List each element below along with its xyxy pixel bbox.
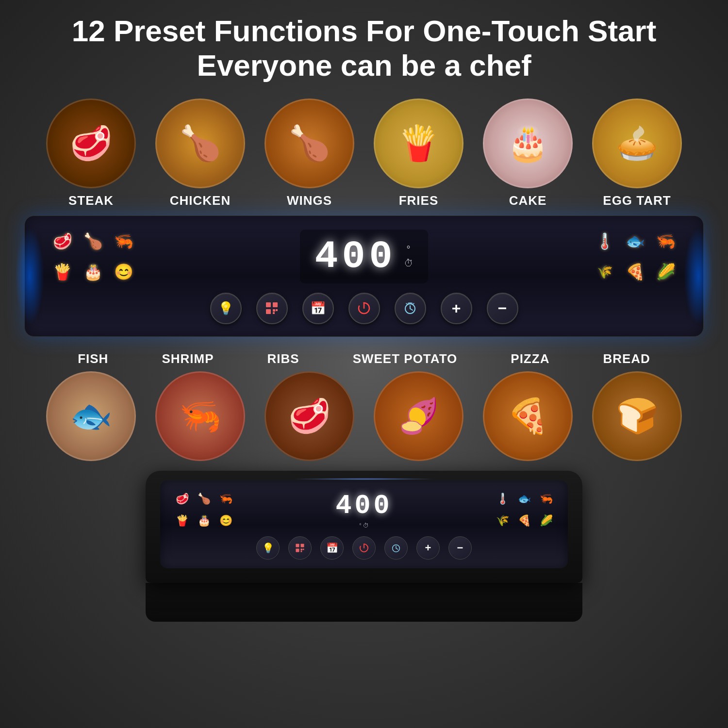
light-button[interactable]: 💡 (210, 293, 242, 324)
food-item-steak: 🥩 STEAK (46, 99, 136, 208)
food-circle-sweetpotato: 🍠 (374, 371, 463, 461)
bottom-food-row: 🐟 🦐 🥩 🍠 🍕 🍞 (0, 369, 728, 466)
bottom-label-sweet-potato: SWEET POTATO (353, 351, 458, 366)
dev-icon-corn: 🌽 (536, 511, 556, 530)
dev-icon-smiley: 😊 (216, 511, 235, 530)
dev-icon-temp: 🌡️ (493, 489, 512, 509)
device-glow-top (291, 478, 437, 480)
food-circle-cake: 🎂 (483, 99, 573, 188)
dev-qr-button[interactable] (288, 536, 312, 560)
power-button[interactable] (348, 293, 380, 324)
svg-rect-0 (266, 302, 271, 307)
bottom-label-pizza: PIZZA (511, 351, 549, 366)
panel-icon-smiley: 😊 (110, 259, 137, 285)
glow-left (15, 228, 44, 325)
panel-icon-fries: 🍟 (49, 259, 76, 285)
dev-icon-pizza: 🍕 (514, 511, 534, 530)
food-circle-ribs: 🥩 (265, 371, 354, 461)
degree-symbol: ° (407, 244, 411, 255)
dev-menu-button[interactable]: 📅 (320, 536, 344, 560)
food-emoji-fries: 🍟 (397, 123, 440, 163)
panel-display: 400 ° ⏱ (300, 230, 428, 283)
top-food-row: 🥩 STEAK 🍗 CHICKEN 🍗 WINGS 🍟 FRIES 🎂 CAKE… (0, 89, 728, 208)
food-label-chicken: CHICKEN (170, 193, 231, 208)
panel-icon-pizza: 🍕 (622, 259, 648, 285)
food-item-bread: 🍞 (592, 371, 682, 461)
device-body: 🥩 🍗 🦐 🍟 🎂 😊 400 ° ⏱ 🌡️ 🐟 � (146, 471, 582, 583)
device-temp-display: 400 (335, 491, 392, 521)
device-display: 400 ° ⏱ (335, 491, 392, 529)
title-line2: Everyone can be a chef (29, 48, 699, 83)
dev-icon-shrimp: 🦐 (216, 489, 235, 509)
panel-icon-chicken: 🍗 (80, 228, 106, 255)
timer-button[interactable] (395, 293, 426, 324)
food-label-cake: CAKE (509, 193, 547, 208)
plus-button[interactable]: + (441, 293, 472, 324)
food-item-fish: 🐟 (46, 371, 136, 461)
food-label-eggtart: EGG TART (603, 193, 671, 208)
qr-button[interactable] (256, 293, 288, 324)
food-emoji-pizza: 🍕 (507, 396, 549, 436)
food-circle-steak: 🥩 (46, 99, 136, 188)
bottom-label-ribs: RIBS (267, 351, 299, 366)
panel-icon-shrimp2: 🦐 (652, 228, 679, 255)
title-line1: 12 Preset Functions For One-Touch Start (29, 15, 699, 48)
panel-icon-grain: 🌾 (591, 259, 618, 285)
device-degree: ° ⏱ (359, 522, 369, 529)
device-icons-row: 🥩 🍗 🦐 🍟 🎂 😊 400 ° ⏱ 🌡️ 🐟 � (172, 489, 556, 530)
svg-rect-12 (300, 548, 302, 550)
food-emoji-fish: 🐟 (70, 396, 112, 436)
food-emoji-bread: 🍞 (616, 396, 658, 436)
food-item-sweetpotato: 🍠 (374, 371, 463, 461)
food-emoji-sweetpotato: 🍠 (397, 396, 440, 436)
panel-icon-shrimp: 🦐 (110, 228, 137, 255)
title-section: 12 Preset Functions For One-Touch Start … (0, 0, 728, 89)
panel-icon-cake: 🎂 (80, 259, 106, 285)
food-circle-bread: 🍞 (592, 371, 682, 461)
device-control-buttons: 💡 📅 (172, 536, 556, 560)
food-item-eggtart: 🥧 EGG TART (592, 99, 682, 208)
dev-icon-chicken: 🍗 (194, 489, 214, 509)
food-label-wings: WINGS (287, 193, 332, 208)
digital-display: 400 ° ⏱ (300, 230, 428, 283)
food-item-ribs: 🥩 (265, 371, 354, 461)
food-emoji-wings: 🍗 (288, 123, 331, 163)
temperature-display: 400 (314, 234, 396, 279)
dev-icon-grain: 🌾 (493, 511, 512, 530)
food-emoji-ribs: 🥩 (288, 396, 331, 436)
panel-icon-fish: 🐟 (622, 228, 648, 255)
dev-minus-button[interactable]: − (448, 536, 472, 560)
control-panel-diagram: 🥩 🍗 🦐 🍟 🎂 😊 400 ° ⏱ 🌡️ 🐟 🦐 🌾 🍕 🌽 (24, 215, 704, 337)
timer-symbol: ⏱ (404, 258, 414, 269)
dev-icon-shrimp2: 🦐 (536, 489, 556, 509)
dev-light-button[interactable]: 💡 (256, 536, 280, 560)
svg-rect-10 (300, 544, 304, 547)
food-item-chicken: 🍗 CHICKEN (155, 99, 245, 208)
food-emoji-chicken: 🍗 (179, 123, 221, 163)
panel-control-buttons: 💡 📅 (39, 293, 689, 324)
food-label-steak: STEAK (68, 193, 114, 208)
dev-plus-button[interactable]: + (416, 536, 440, 560)
food-circle-shrimp: 🦐 (155, 371, 245, 461)
svg-rect-3 (273, 309, 275, 312)
svg-rect-5 (273, 312, 275, 314)
food-item-wings: 🍗 WINGS (265, 99, 354, 208)
dev-power-button[interactable] (352, 536, 376, 560)
food-circle-eggtart: 🥧 (592, 99, 682, 188)
dev-icon-fries: 🍟 (172, 511, 192, 530)
food-emoji-shrimp: 🦐 (179, 396, 221, 436)
dev-timer-button[interactable] (384, 536, 408, 560)
food-item-shrimp: 🦐 (155, 371, 245, 461)
bottom-labels-row: FISHSHRIMPRIBSSWEET POTATOPIZZABREAD (0, 344, 728, 369)
minus-button[interactable]: − (487, 293, 518, 324)
svg-rect-14 (300, 550, 302, 552)
food-emoji-eggtart: 🥧 (616, 123, 658, 163)
food-item-pizza: 🍕 (483, 371, 573, 461)
svg-rect-11 (296, 548, 299, 552)
display-indicators: ° ⏱ (404, 244, 414, 269)
dev-icon-steak: 🥩 (172, 489, 192, 509)
bottom-label-shrimp: SHRIMP (162, 351, 214, 366)
svg-rect-13 (303, 548, 304, 550)
svg-rect-1 (273, 302, 278, 307)
menu-button[interactable]: 📅 (302, 293, 334, 324)
